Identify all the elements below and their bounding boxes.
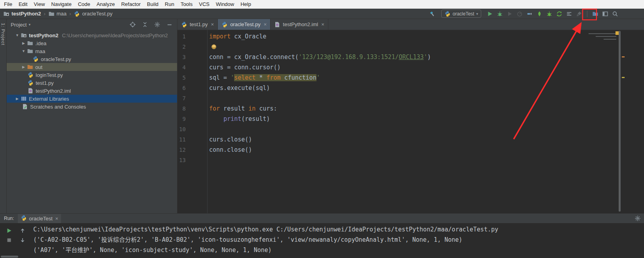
tree-item-label: External Libraries — [29, 96, 69, 102]
attach-to-process-button[interactable] — [526, 10, 533, 18]
code-line-13 — [209, 155, 644, 165]
tree-item-scratches-and-consoles[interactable]: Scratches and Consoles — [7, 103, 177, 111]
sync-button[interactable] — [556, 10, 563, 18]
close-tab-icon[interactable]: × — [264, 21, 267, 27]
project-stripe-button[interactable]: 1: Project — [1, 23, 6, 45]
editor-scrollbar[interactable] — [619, 30, 644, 213]
code-line-1: import cx_Oracle — [209, 31, 644, 42]
code-line-5: sql = 'select * from cfunction' — [209, 73, 644, 83]
tree-item-out[interactable]: ▶out — [7, 63, 177, 71]
close-tab-icon[interactable]: × — [211, 21, 214, 27]
tab-label: oracleTest.py — [230, 21, 261, 27]
rerun-button[interactable] — [6, 226, 13, 235]
sync-icon — [556, 11, 562, 17]
hide-button[interactable] — [166, 20, 173, 29]
profiler-icon — [516, 11, 523, 17]
run-configuration-label: oracleTest — [453, 11, 474, 17]
warning-marker-line5 — [622, 77, 625, 78]
locate-button[interactable] — [129, 20, 136, 29]
console-line: C:\Users\chenjunwei\IdeaProjects\testPyt… — [33, 224, 644, 235]
line-number: 1 — [177, 31, 207, 42]
tree-item-external-libraries[interactable]: ▶External Libraries — [7, 95, 177, 103]
tab-test1-py[interactable]: test1.py× — [177, 19, 218, 30]
python-icon — [181, 21, 187, 28]
scrollbar-thumb[interactable] — [619, 31, 621, 212]
line-number: 3 — [177, 52, 207, 62]
collapse-all-button[interactable] — [141, 20, 149, 29]
tree-item-oracletest-py[interactable]: oracleTest.py — [7, 55, 177, 63]
editor[interactable]: 12345678910111213 import cx_Oracleconn =… — [177, 30, 644, 213]
view-breakpoints-button[interactable] — [566, 10, 573, 18]
breadcrumb-testpython2[interactable]: testPython2 — [3, 11, 41, 17]
stop-button[interactable] — [6, 236, 13, 245]
tab-oracletest-py[interactable]: oracleTest.py× — [218, 19, 271, 30]
line-number: 11 — [177, 134, 207, 145]
project-structure-button[interactable] — [592, 10, 599, 18]
menu-code[interactable]: Code — [75, 0, 93, 9]
expand-toggle-icon[interactable]: ▶ — [20, 65, 27, 69]
console-output[interactable]: C:\Users\chenjunwei\IdeaProjects\testPyt… — [31, 223, 644, 258]
tree-item-idea[interactable]: ▶.idea — [7, 39, 177, 47]
breadcrumb-oracletest-py[interactable]: oracleTest.py — [74, 11, 112, 17]
up-button[interactable] — [19, 226, 26, 235]
expand-toggle-icon[interactable]: ▶ — [20, 41, 27, 45]
menu-file[interactable]: File — [1, 0, 15, 9]
tree-item-label: oracleTest.py — [41, 56, 71, 62]
warning-marker-line3 — [622, 56, 625, 57]
run-settings-button[interactable] — [634, 215, 641, 223]
project-header-icons — [129, 20, 173, 29]
menu-window[interactable]: Window — [213, 0, 237, 9]
project-view-selector[interactable]: Project ▾ — [11, 22, 30, 28]
python-icon — [27, 72, 34, 78]
code-area[interactable]: import cx_Oracleconn = cx_Oracle.connect… — [208, 30, 644, 213]
menu-build[interactable]: Build — [144, 0, 162, 9]
expand-toggle-icon[interactable]: ▼ — [14, 33, 21, 37]
plugin-leaf-button[interactable] — [536, 10, 543, 18]
tree-item-testpython2-iml[interactable]: testPython2.iml — [7, 87, 177, 95]
restore-layout-button[interactable] — [602, 10, 609, 18]
profile-button[interactable] — [516, 10, 523, 18]
tab-testpython2-iml[interactable]: testPython2.iml× — [271, 19, 328, 30]
close-icon[interactable]: × — [55, 216, 59, 222]
run-button[interactable] — [486, 10, 493, 18]
align-icon — [566, 11, 572, 17]
menu-tools[interactable]: Tools — [177, 0, 196, 9]
line-number: 5 — [177, 73, 207, 83]
tree-item-testpython2[interactable]: ▼testPython2C:\Users\chenjunwei\IdeaProj… — [7, 31, 177, 39]
tree-item-maa[interactable]: ▼maa — [7, 47, 177, 55]
menu-help[interactable]: Help — [237, 0, 254, 9]
menu-navigate[interactable]: Navigate — [48, 0, 74, 9]
build-icon — [429, 11, 436, 17]
menu-analyze[interactable]: Analyze — [93, 0, 118, 9]
tree-item-label: loginTest.py — [36, 72, 63, 78]
line-number: 10 — [177, 124, 207, 134]
menu-view[interactable]: View — [30, 0, 48, 9]
breadcrumb-label: testPython2 — [11, 11, 41, 17]
line-number: 13 — [177, 155, 207, 165]
intention-bulb-icon[interactable] — [211, 44, 216, 49]
close-tab-icon[interactable]: × — [321, 21, 324, 27]
debug-icon — [497, 11, 503, 17]
line-number: 6 — [177, 83, 207, 93]
settings-button[interactable] — [154, 20, 161, 29]
search-everywhere-button[interactable] — [612, 10, 619, 18]
run-tab[interactable]: oracleTest × — [18, 214, 61, 223]
plugin-bug-button[interactable] — [546, 10, 553, 18]
console-hscrollbar[interactable] — [1, 256, 18, 258]
breadcrumb-maa[interactable]: maa — [48, 11, 67, 17]
down-button[interactable] — [19, 236, 26, 245]
run-configuration-select[interactable]: oracleTest▾ — [441, 10, 481, 18]
tree-item-logintest-py[interactable]: loginTest.py — [7, 71, 177, 79]
code-cleanup-button[interactable] — [575, 10, 583, 18]
menu-run[interactable]: Run — [162, 0, 177, 9]
run-with-coverage-button[interactable] — [506, 10, 513, 18]
tree-item-test1-py[interactable]: test1.py — [7, 79, 177, 87]
menu-vcs[interactable]: VCS — [196, 0, 213, 9]
debug-button[interactable] — [496, 10, 503, 18]
menu-edit[interactable]: Edit — [15, 0, 30, 9]
settings-icon — [154, 21, 160, 28]
menu-refactor[interactable]: Refactor — [118, 0, 144, 9]
build-button[interactable] — [429, 10, 436, 18]
expand-toggle-icon[interactable]: ▶ — [14, 97, 21, 101]
expand-toggle-icon[interactable]: ▼ — [20, 49, 27, 53]
